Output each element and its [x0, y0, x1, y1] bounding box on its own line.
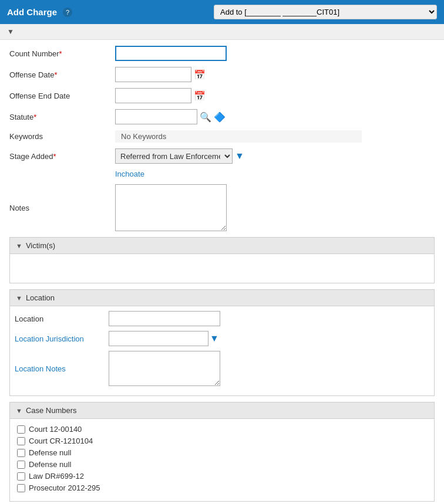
list-item: Law DR#699-12 [17, 472, 427, 481]
statute-group: 🔍 🔷 [115, 109, 226, 124]
location-jurisdiction-dropdown-arrow[interactable]: ▼ [210, 333, 219, 344]
case-number-checkbox[interactable] [17, 437, 25, 445]
location-section-header[interactable]: ▼ Location [9, 289, 435, 306]
offense-end-date-input[interactable] [115, 88, 191, 103]
case-number-label: Defense null [29, 448, 71, 457]
location-section: ▼ Location Location Location Jurisdictio… [9, 289, 435, 396]
case-numbers-body: Court 12-00140Court CR-1210104Defense nu… [9, 419, 435, 502]
list-item: Court 12-00140 [17, 425, 427, 434]
victims-section-body [9, 254, 435, 283]
inchoate-row: Inchoate [9, 170, 435, 178]
location-row: Location [15, 311, 429, 326]
offense-end-date-row: Offense End Date 📅 [9, 88, 435, 103]
case-numbers-section: ▼ Case Numbers Court 12-00140Court CR-12… [9, 402, 435, 502]
location-jurisdiction-row: Location Jurisdiction ▼ [15, 331, 429, 346]
list-item: Prosecutor 2012-295 [17, 483, 427, 492]
help-icon[interactable]: ? [63, 8, 72, 17]
stage-added-row: Stage Added* Referred from Law Enforceme… [9, 148, 435, 164]
victims-section: ▼ Victim(s) [9, 237, 435, 283]
offense-end-date-label: Offense End Date [9, 92, 115, 100]
location-notes-label: Location Notes [15, 364, 109, 373]
case-number-label: Defense null [29, 460, 71, 469]
list-item: Defense null [17, 448, 427, 457]
notes-label: Notes [9, 204, 115, 212]
case-number-label: Court CR-1210104 [29, 437, 93, 445]
case-number-checkbox[interactable] [17, 484, 25, 492]
statute-input[interactable] [115, 109, 197, 124]
inchoate-link[interactable]: Inchoate [115, 170, 144, 178]
offense-date-calendar-icon[interactable]: 📅 [194, 69, 206, 80]
case-number-checkbox[interactable] [17, 461, 25, 469]
count-number-row: Count Number* [9, 46, 435, 61]
victims-chevron: ▼ [16, 242, 22, 249]
list-item: Defense null [17, 460, 427, 469]
offense-date-input[interactable] [115, 67, 191, 82]
victims-section-header[interactable]: ▼ Victim(s) [9, 237, 435, 254]
stage-added-select[interactable]: Referred from Law Enforcemen [115, 148, 233, 164]
statute-label: Statute* [9, 113, 115, 121]
count-number-label: Count Number* [9, 49, 115, 58]
location-section-body: Location Location Jurisdiction ▼ Locatio… [9, 306, 435, 396]
stage-added-label: Stage Added* [9, 152, 115, 161]
case-number-checkbox[interactable] [17, 425, 25, 434]
offense-end-date-group: 📅 [115, 88, 206, 103]
notes-textarea[interactable] [115, 184, 227, 231]
statute-clear-button[interactable]: 🔷 [214, 111, 226, 123]
case-numbers-chevron: ▼ [16, 407, 22, 414]
case-numbers-section-header[interactable]: ▼ Case Numbers [9, 402, 435, 419]
count-number-input[interactable] [115, 46, 227, 61]
offense-date-group: 📅 [115, 67, 206, 82]
location-label: Location [15, 314, 109, 323]
case-number-label: Prosecutor 2012-295 [29, 483, 100, 492]
stage-added-group: Referred from Law Enforcemen ▼ [115, 148, 244, 164]
collapse-bar[interactable]: ▼ [0, 24, 444, 40]
location-chevron: ▼ [16, 295, 22, 302]
case-number-checkbox[interactable] [17, 472, 25, 481]
case-number-label: Law DR#699-12 [29, 472, 84, 481]
offense-date-label: Offense Date* [9, 70, 115, 79]
keywords-row: Keywords No Keywords [9, 130, 435, 143]
location-notes-row: Location Notes [15, 351, 429, 386]
location-input[interactable] [109, 311, 220, 326]
keywords-value: No Keywords [115, 130, 362, 143]
location-jurisdiction-group: ▼ [109, 331, 219, 346]
location-notes-textarea[interactable] [109, 351, 220, 386]
list-item: Court CR-1210104 [17, 437, 427, 445]
case-numbers-title: Case Numbers [26, 406, 77, 415]
case-number-label: Court 12-00140 [29, 425, 82, 434]
collapse-icon: ▼ [7, 28, 14, 36]
location-title: Location [26, 293, 55, 302]
main-form: Count Number* Offense Date* 📅 Offense En… [0, 40, 444, 504]
page-header: Add Charge ? Add to [________ ________CI… [0, 0, 444, 24]
page-title: Add Charge [7, 7, 57, 17]
location-jurisdiction-label: Location Jurisdiction [15, 334, 109, 343]
add-to-dropdown[interactable]: Add to [________ ________CIT01] [214, 5, 437, 19]
keywords-label: Keywords [9, 132, 115, 141]
notes-row: Notes [9, 184, 435, 231]
case-number-checkbox[interactable] [17, 449, 25, 457]
stage-added-dropdown-arrow[interactable]: ▼ [235, 151, 244, 161]
location-jurisdiction-input[interactable] [109, 331, 208, 346]
victims-title: Victim(s) [26, 241, 55, 250]
statute-search-button[interactable]: 🔍 [200, 111, 211, 123]
statute-row: Statute* 🔍 🔷 [9, 109, 435, 124]
offense-end-date-calendar-icon[interactable]: 📅 [194, 90, 206, 102]
offense-date-row: Offense Date* 📅 [9, 67, 435, 82]
